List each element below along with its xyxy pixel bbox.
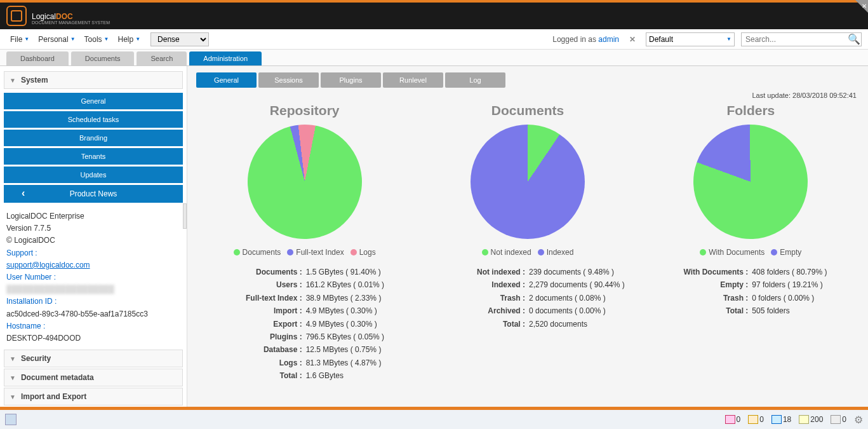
stat-row: Documents :1.5 GBytes ( 91.40% ) — [196, 266, 413, 278]
chevron-left-icon: ‹ — [22, 187, 25, 199]
chart-repository: Repository Documents Full-text Index Log… — [196, 103, 413, 383]
stat-row: Export :4.9 MBytes ( 0.30% ) — [196, 318, 413, 330]
stat-row: Indexed :2,279 documents ( 90.44% ) — [419, 278, 636, 291]
logout-button[interactable]: ✕ — [625, 35, 639, 44]
status-app-icon[interactable] — [5, 414, 17, 425]
menu-tools[interactable]: Tools▼ — [81, 32, 113, 46]
subtab-log[interactable]: Log — [445, 72, 505, 88]
status-other[interactable]: 0 — [831, 415, 846, 424]
stat-row: Users :161.2 KBytes ( 0.01% ) — [196, 278, 413, 291]
sidebar-tenants[interactable]: Tenants — [4, 148, 183, 165]
stats-repository: Documents :1.5 GBytes ( 91.40% )Users :1… — [196, 266, 413, 383]
chart-folders: Folders With Documents Empty With Docume… — [643, 103, 859, 383]
sidebar-system-header[interactable]: ▼System — [4, 71, 183, 89]
last-update: Last update: 28/03/2018 09:52:41 — [199, 92, 857, 99]
sidebar-product-news[interactable]: ‹Product News — [4, 185, 183, 203]
tenant-select[interactable]: Default▼ — [646, 32, 735, 46]
sidebar-docmeta-header[interactable]: ▼Document metadata — [4, 369, 183, 386]
menu-file[interactable]: File▼ — [6, 32, 33, 46]
box-icon — [831, 415, 841, 424]
stat-row: Total :1.6 GBytes — [196, 369, 413, 382]
stat-row: Import :4.9 MBytes ( 0.30% ) — [196, 304, 413, 317]
stat-row: Total :2,520 documents — [419, 318, 636, 330]
close-icon[interactable]: ✕ — [862, 3, 867, 10]
stat-row: Total :505 folders — [643, 304, 859, 317]
sidebar-scheduled-tasks[interactable]: Scheduled tasks — [4, 111, 183, 128]
search-icon[interactable]: 🔍 — [847, 32, 861, 46]
subtab-runlevel[interactable]: Runlevel — [383, 72, 443, 88]
sidebar-impexp-header[interactable]: ▼Import and Export — [4, 388, 183, 405]
logo-icon — [6, 6, 27, 26]
main-tabs: Dashboard Documents Search Administratio… — [0, 50, 868, 66]
stat-row: Trash :2 documents ( 0.08% ) — [419, 292, 636, 304]
status-messages[interactable]: 200 — [799, 415, 823, 424]
content-area: General Sessions Plugins Runlevel Log La… — [187, 66, 868, 409]
download-icon — [771, 415, 782, 424]
menu-personal[interactable]: Personal▼ — [34, 32, 79, 46]
stat-row: Archived :0 documents ( 0.00% ) — [419, 304, 636, 317]
tab-dashboard[interactable]: Dashboard — [6, 51, 69, 65]
tab-search[interactable]: Search — [137, 51, 187, 65]
status-download[interactable]: 18 — [771, 415, 791, 424]
sidebar-resizer[interactable] — [183, 203, 187, 229]
sidebar-security-header[interactable]: ▼Security — [4, 350, 183, 367]
subtab-plugins[interactable]: Plugins — [321, 72, 381, 88]
menu-help[interactable]: Help▼ — [114, 32, 145, 46]
tab-documents[interactable]: Documents — [71, 51, 135, 65]
subtab-sessions[interactable]: Sessions — [258, 72, 319, 88]
stats-documents: Not indexed :239 documents ( 9.48% )Inde… — [419, 266, 636, 330]
mail-icon — [799, 415, 809, 424]
stat-row: Not indexed :239 documents ( 9.48% ) — [419, 266, 636, 278]
sidebar-updates[interactable]: Updates — [4, 167, 183, 183]
status-settings[interactable]: ⚙ — [854, 414, 863, 426]
stat-row: Database :12.5 MBytes ( 0.75% ) — [196, 343, 413, 356]
statusbar: 0 0 18 200 0 ⚙ — [0, 409, 868, 429]
search-input[interactable] — [742, 34, 847, 45]
stats-folders: With Documents :408 folders ( 80.79% )Em… — [643, 266, 859, 318]
chart-documents: Documents Not indexed Indexed Not indexe… — [419, 103, 636, 383]
density-select[interactable]: Dense — [150, 32, 209, 46]
pie-repository — [234, 112, 374, 252]
session-label: Logged in as admin — [552, 35, 619, 44]
checkout-icon — [748, 415, 758, 424]
pie-folders — [678, 109, 824, 255]
sidebar: ▼System General Scheduled tasks Branding… — [0, 66, 187, 409]
pie-documents — [471, 125, 585, 239]
status-locked[interactable]: 0 — [725, 415, 741, 424]
sidebar-info: LogicalDOC Enterprise Version 7.7.5 © Lo… — [4, 207, 183, 348]
stat-row: Plugins :796.5 KBytes ( 0.05% ) — [196, 330, 413, 343]
stat-row: Logs :81.3 MBytes ( 4.87% ) — [196, 357, 413, 369]
app-header: LogicalDOC DOCUMENT MANAGEMENT SYSTEM ✕ — [0, 3, 868, 29]
menubar: File▼ Personal▼ Tools▼ Help▼ Dense Logge… — [0, 29, 868, 50]
lock-icon — [725, 415, 735, 424]
logo-text: LogicalDOC DOCUMENT MANAGEMENT SYSTEM — [32, 8, 110, 25]
stat-row: Trash :0 folders ( 0.00% ) — [643, 292, 859, 304]
sidebar-general[interactable]: General — [4, 93, 183, 109]
stat-row: Empty :97 folders ( 19.21% ) — [643, 278, 859, 291]
status-checkout[interactable]: 0 — [748, 415, 764, 424]
subtab-general[interactable]: General — [196, 72, 257, 88]
stat-row: With Documents :408 folders ( 80.79% ) — [643, 266, 859, 278]
support-email-link[interactable]: support@logicaldoc.com — [6, 261, 90, 269]
stat-row: Full-text Index :38.9 MBytes ( 2.33% ) — [196, 292, 413, 304]
gear-icon: ⚙ — [854, 414, 863, 426]
sidebar-branding[interactable]: Branding — [4, 130, 183, 146]
tab-administration[interactable]: Administration — [189, 51, 262, 65]
